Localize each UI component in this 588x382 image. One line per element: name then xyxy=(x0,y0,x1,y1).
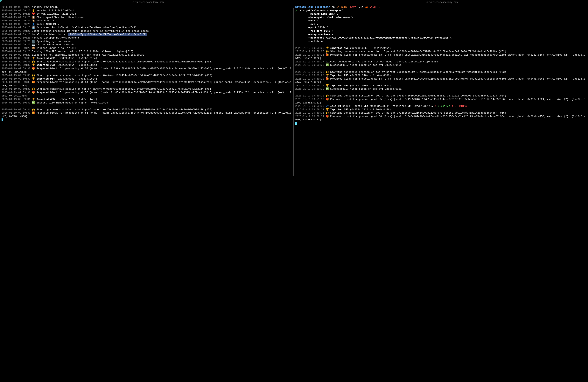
log-line: 2025-01-19 09:59:27 discovered new exter… xyxy=(295,60,587,64)
scrollbar[interactable] xyxy=(293,8,294,382)
cmd-arg: --eve \ xyxy=(295,22,587,26)
log-timestamp: 2025-01-19 09:59:30 xyxy=(1,57,30,60)
log-timestamp: 2025-01-19 09:59:27 xyxy=(295,60,324,63)
log-line: 2025-01-19 09:59:26 💾 Database: ParityDb… xyxy=(1,26,293,29)
log-text: Highest known block at #51 xyxy=(37,47,76,50)
log-line: 2025-01-19 09:59:26 🎁 Prepared block for… xyxy=(295,53,587,60)
log-line: 2025-01-19 09:59:30 🎁 Prepared block for… xyxy=(1,81,293,87)
cmd-arg: --no-prometheus \ xyxy=(295,33,587,36)
log-timestamp: 2025-01-19 09:59:30 xyxy=(1,77,30,80)
log-timestamp: 2025-01-19 09:59:30 xyxy=(1,87,30,90)
left-terminal-output[interactable]: 2025-01-19 09:59:26 Academy PoW Chain202… xyxy=(0,5,294,382)
log-text: version 3.0.0-fc8fde87ecb xyxy=(37,9,74,12)
right-pane[interactable]: ..et/release/academy-pow bitcoin-like-bl… xyxy=(294,0,588,382)
log-bold: Imported #54 xyxy=(37,77,55,80)
log-timestamp: 2025-01-19 09:59:31 xyxy=(295,108,324,111)
log-line: 2025-01-19 09:59:26 💻 CPU architecture: … xyxy=(1,43,293,46)
log-line: 2025-01-19 09:59:26 Running litep2p netw… xyxy=(1,36,293,40)
log-text: Starting consensus session on top of par… xyxy=(330,111,506,114)
log-text: Starting consensus session on top of par… xyxy=(37,74,212,77)
log-bold: Imported #52 xyxy=(330,47,348,50)
log-line: 2025-01-19 09:59:30 🎁 Prepared block for… xyxy=(1,67,293,74)
cmd-arg: --validator xyxy=(295,40,587,43)
log-timestamp: 2025-01-19 09:59:31 xyxy=(1,98,30,101)
log-text: Node name: Ferdie xyxy=(37,19,63,22)
log-line: 2025-01-19 09:59:26 🙌 Starting consensus… xyxy=(295,50,587,53)
log-line: 2025-01-19 09:59:30 🏆 Imported #54 (0xc4… xyxy=(1,77,293,81)
log-text: Role: AUTHORITY xyxy=(37,23,59,26)
cmd-arg: --bootnodes /ip4/127.0.0.1/tcp/30333/p2p… xyxy=(295,36,587,40)
log-text: Using default protocol ID "sup" because … xyxy=(32,30,149,32)
log-text: discovered new external address for our … xyxy=(326,60,438,63)
log-icon: 🏆 xyxy=(326,108,329,111)
log-text: CPU architecture: aarch64 xyxy=(37,43,74,46)
log-icon: 🎁 xyxy=(32,111,35,114)
log-text: Starting consensus session on top of par… xyxy=(37,108,212,111)
right-terminal-output[interactable]: bitcoin-like-blockchain on ⎇ main [$✗!?]… xyxy=(294,5,588,382)
log-line: 2025-01-19 09:59:30 🏆 Imported #53 (0x32… xyxy=(1,64,293,67)
log-icon: ✅ xyxy=(326,64,329,66)
log-timestamp: 2025-01-19 09:59:27 xyxy=(1,53,30,56)
log-line: 2025-01-19 09:59:31 🏆 Imported #55 (0x95… xyxy=(295,108,587,111)
log-timestamp: 2025-01-19 09:59:26 xyxy=(1,43,30,46)
log-line: 2025-01-19 09:59:30 🙌 Starting consensus… xyxy=(1,74,293,77)
log-timestamp: 2025-01-19 09:59:30 xyxy=(295,98,324,101)
log-icon: 💻 xyxy=(32,43,35,46)
log-timestamp: 2025-01-19 09:59:28 xyxy=(295,71,324,74)
prompt-via: via xyxy=(359,6,363,9)
log-line: 2025-01-19 09:59:26 Local node identity … xyxy=(1,33,293,36)
log-icon: 🏆 xyxy=(32,98,35,101)
cmd-arg: --dev \ xyxy=(295,19,587,22)
log-text: Running litep2p network backend xyxy=(32,36,79,39)
log-line: 2025-01-19 09:59:28 🎁 Prepared block for… xyxy=(295,77,587,84)
cmd-arg: --port 30334 \ xyxy=(295,26,587,29)
log-text: Academy PoW Chain xyxy=(32,6,58,9)
log-icon: 🙌 xyxy=(326,50,329,53)
log-text: Starting consensus session on top of par… xyxy=(37,60,212,63)
log-line: 2025-01-19 09:59:30 ✅ Successfully mined… xyxy=(295,87,587,91)
crab-icon: 🦀 xyxy=(365,6,368,9)
log-icon: 🎁 xyxy=(326,115,329,118)
log-line: 2025-01-19 09:59:31 🎁 Prepared block for… xyxy=(1,111,293,118)
log-icon: 🎁 xyxy=(326,98,329,101)
log-text: Starting consensus session on top of par… xyxy=(330,50,506,53)
log-text: Successfully mined block on top of: 0x95… xyxy=(37,101,108,104)
log-timestamp: 2025-01-19 09:59:30 xyxy=(295,105,324,107)
log-icon: 🏆 xyxy=(326,47,329,50)
log-icon: 🏆 xyxy=(32,64,35,66)
prompt-on: on xyxy=(332,6,335,9)
log-timestamp: 2025-01-19 09:59:30 xyxy=(1,91,30,94)
log-text: Prepared block for proposing at 56 (0 ms… xyxy=(1,111,291,118)
log-line: 2025-01-19 09:59:28 ✅ Successfully mined… xyxy=(295,64,587,67)
log-timestamp: 2025-01-19 09:59:26 xyxy=(1,47,30,50)
log-text: Prepared block for proposing at 55 (0 ms… xyxy=(295,98,585,104)
log-icon: 👤 xyxy=(32,23,35,26)
log-icon: 🏆 xyxy=(32,57,35,60)
log-text: Chain specification: Development xyxy=(37,16,85,19)
log-line: 2025-01-19 09:59:26 👤 Role: AUTHORITY xyxy=(1,22,293,26)
log-bold: Imported #55 xyxy=(330,108,348,111)
log-icon: ❤️ xyxy=(32,12,35,15)
scrollbar-thumb[interactable] xyxy=(293,8,294,176)
log-line: 2025-01-19 09:59:30 🙌 Starting consensus… xyxy=(1,87,293,91)
right-titlebar: ..et/release/academy-pow xyxy=(294,0,588,5)
log-line: 2025-01-19 09:59:31 ✅ Successfully mined… xyxy=(1,101,293,105)
log-timestamp: 2025-01-19 09:59:28 xyxy=(295,64,324,66)
log-icon: 🏆 xyxy=(326,74,329,77)
download-arrow-icon: ⬇ xyxy=(435,105,438,107)
git-status: [$✗!?] xyxy=(348,6,357,9)
log-line: 2025-01-19 09:59:26 ❤️ by @danielbui12, … xyxy=(1,12,293,16)
selected-node-id[interactable]: 12D3KooWEyoppNCUx8Yx66oV9fJnriXwCcXwDDUA… xyxy=(68,33,147,36)
log-line: 2025-01-19 09:59:31 🎁 Prepared block for… xyxy=(295,115,587,122)
left-pane[interactable]: ..et/release/academy-pow 2025-01-19 09:5… xyxy=(0,0,294,382)
rust-version: v1.83.0 xyxy=(370,6,380,9)
log-timestamp: 2025-01-19 09:59:30 xyxy=(295,94,324,97)
project-name: bitcoin-like-blockchain xyxy=(295,6,330,9)
cmd-arg: --rpc-port 9945 \ xyxy=(295,29,587,33)
log-icon: 💤 xyxy=(326,105,329,107)
prompt-line: bitcoin-like-blockchain on ⎇ main [$✗!?]… xyxy=(295,5,587,9)
log-timestamp: 2025-01-19 09:59:30 xyxy=(1,64,30,66)
log-timestamp: 2025-01-19 09:59:26 xyxy=(1,23,30,26)
log-line: 2025-01-19 09:59:30 🙌 Starting consensus… xyxy=(295,94,587,98)
log-timestamp: 2025-01-19 09:59:31 xyxy=(1,111,30,114)
